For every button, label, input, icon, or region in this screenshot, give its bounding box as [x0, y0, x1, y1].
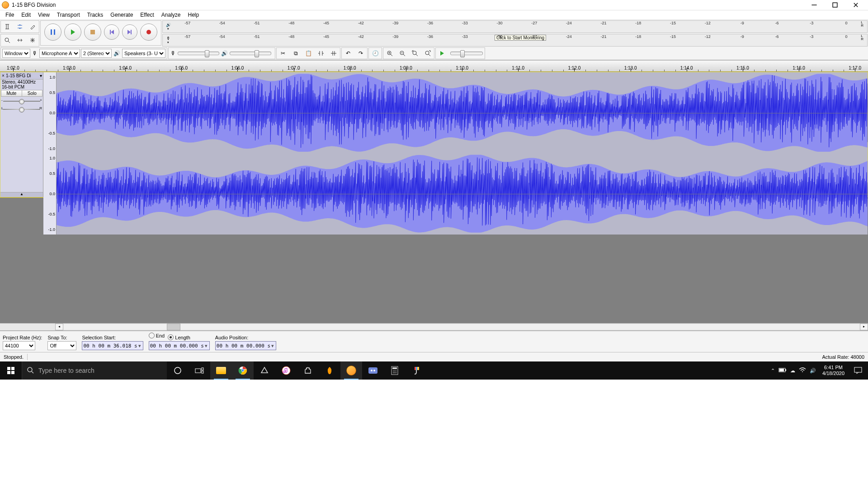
- end-radio[interactable]: End: [149, 333, 165, 338]
- menu-help[interactable]: Help: [184, 11, 203, 19]
- record-meter[interactable]: 🎙▾ Click to Start Monitoring -57-54-51-4…: [162, 34, 868, 47]
- output-volume-slider[interactable]: [230, 52, 271, 55]
- zoom-in-button[interactable]: [384, 47, 396, 59]
- amplitude-scale-left: 1.00.50.0-0.5-1.0: [43, 72, 57, 153]
- flstudio-icon[interactable]: [319, 361, 340, 380]
- output-device-combo[interactable]: Speakers (3- US: [122, 49, 165, 58]
- waveform-right[interactable]: [57, 153, 868, 234]
- mute-button[interactable]: Mute: [1, 90, 22, 96]
- track-close-button[interactable]: ×: [0, 73, 6, 78]
- solo-button[interactable]: Solo: [22, 90, 42, 96]
- taskbar-clock[interactable]: 6:41 PM 4/18/2020: [819, 365, 848, 376]
- track-control-panel[interactable]: × 1-15 BFG Di ▾ Stereo, 44100Hz 16-bit P…: [0, 72, 43, 197]
- project-rate-combo[interactable]: 44100: [3, 341, 35, 350]
- menu-tracks[interactable]: Tracks: [84, 11, 107, 19]
- paint-icon[interactable]: [406, 361, 427, 380]
- record-button[interactable]: [140, 23, 157, 41]
- audacity-icon[interactable]: [340, 361, 362, 380]
- pan-slider[interactable]: L R: [3, 106, 40, 113]
- input-volume-slider[interactable]: [178, 52, 219, 55]
- collapse-button[interactable]: ▲: [0, 192, 43, 197]
- play-button[interactable]: [64, 23, 81, 41]
- selection-length-field[interactable]: 00 h 00 m 00.000 s▾: [149, 341, 210, 350]
- battery-icon[interactable]: [778, 368, 787, 373]
- menu-analyze[interactable]: Analyze: [158, 11, 184, 19]
- itunes-icon[interactable]: [275, 361, 297, 380]
- selection-start-field[interactable]: 00 h 00 m 36.018 s▾: [82, 341, 143, 350]
- waveform-left[interactable]: [57, 72, 868, 153]
- input-device-combo[interactable]: Microphone Ar: [39, 49, 80, 58]
- draw-tool[interactable]: [27, 21, 38, 33]
- svg-point-22: [242, 370, 244, 372]
- calculator-icon[interactable]: [384, 361, 406, 380]
- stop-button[interactable]: [84, 23, 101, 41]
- taskbar-search[interactable]: Type here to search: [22, 361, 167, 380]
- snap-to-combo[interactable]: Off: [47, 341, 76, 350]
- length-radio[interactable]: Length: [168, 334, 190, 340]
- selection-tool[interactable]: [1, 21, 13, 33]
- system-tray[interactable]: ⌃ ☁ 🔊: [768, 367, 819, 374]
- envelope-tool[interactable]: [14, 21, 26, 33]
- onedrive-icon[interactable]: ☁: [790, 368, 795, 374]
- playback-meter[interactable]: 🔊▾ -57-54-51-48-45-42-39-36-33-30-27-24-…: [162, 20, 868, 33]
- audio-host-combo[interactable]: Windows: [2, 49, 30, 58]
- start-button[interactable]: [0, 361, 22, 380]
- explorer-icon[interactable]: [210, 361, 232, 380]
- scroll-left-button[interactable]: ◂: [55, 324, 63, 330]
- menu-transport[interactable]: Transport: [53, 11, 84, 19]
- redo-button[interactable]: ↷: [355, 47, 367, 59]
- maximize-button[interactable]: [825, 0, 845, 10]
- cut-button[interactable]: ✂: [277, 47, 289, 59]
- timeline-ruler[interactable]: 1:02.01:03.01:04.01:05.01:06.01:07.01:08…: [0, 60, 868, 72]
- undo-button[interactable]: ↶: [342, 47, 354, 59]
- silence-button[interactable]: [328, 47, 340, 59]
- selection-toolbar: Project Rate (Hz): 44100 Snap To: Off Se…: [0, 331, 868, 352]
- skip-start-button[interactable]: [104, 24, 119, 40]
- action-center-icon[interactable]: [848, 361, 868, 380]
- wifi-icon[interactable]: [799, 367, 806, 374]
- fit-selection-button[interactable]: [409, 47, 421, 59]
- pause-button[interactable]: [44, 23, 61, 41]
- mic-icon: 🎙: [166, 36, 170, 41]
- task-view-icon[interactable]: [189, 361, 210, 380]
- fit-project-button[interactable]: [422, 47, 434, 59]
- menu-generate[interactable]: Generate: [107, 11, 137, 19]
- chrome-icon[interactable]: [232, 361, 254, 380]
- zoom-out-button[interactable]: [396, 47, 408, 59]
- paste-button[interactable]: 📋: [302, 47, 314, 59]
- multi-tool[interactable]: [27, 34, 38, 46]
- svg-point-26: [371, 370, 373, 371]
- speaker-icon: 🔊: [221, 50, 228, 56]
- app-icon-1[interactable]: [254, 361, 275, 380]
- discord-icon[interactable]: [362, 361, 384, 380]
- svg-point-9: [425, 51, 429, 55]
- timeshift-tool[interactable]: [14, 34, 26, 46]
- zoom-tool[interactable]: [1, 34, 13, 46]
- horizontal-scrollbar[interactable]: ◂ ▸: [0, 323, 868, 331]
- trim-button[interactable]: [315, 47, 327, 59]
- volume-icon[interactable]: 🔊: [810, 368, 816, 374]
- svg-point-33: [393, 372, 394, 373]
- status-text: Stopped.: [4, 354, 24, 360]
- menu-view[interactable]: View: [34, 11, 53, 19]
- menu-file[interactable]: File: [2, 11, 18, 19]
- channels-combo[interactable]: 2 (Stereo): [81, 49, 112, 58]
- menu-edit[interactable]: Edit: [18, 11, 34, 19]
- menu-effect[interactable]: Effect: [137, 11, 157, 19]
- gain-slider[interactable]: - +: [3, 98, 40, 104]
- taskbar[interactable]: Type here to search ⌃ ☁ 🔊 6:41 PM 4/18/2…: [0, 361, 868, 380]
- play-speed-slider[interactable]: [450, 52, 483, 55]
- copy-button[interactable]: ⧉: [290, 47, 302, 59]
- tray-chevron-icon[interactable]: ⌃: [771, 368, 775, 374]
- track-menu-button[interactable]: ▾: [38, 73, 43, 78]
- close-button[interactable]: [845, 0, 866, 10]
- scroll-right-button[interactable]: ▸: [860, 324, 868, 330]
- sync-lock-button[interactable]: 🕘: [369, 47, 381, 59]
- app-icon-2[interactable]: [297, 361, 319, 380]
- skip-end-button[interactable]: [122, 24, 137, 40]
- minimize-button[interactable]: [804, 0, 825, 10]
- audio-position-field[interactable]: 00 h 00 m 00.000 s▾: [215, 341, 276, 350]
- play-at-speed-button[interactable]: [436, 47, 448, 59]
- svg-rect-10: [7, 367, 10, 370]
- cortana-icon[interactable]: [167, 361, 189, 380]
